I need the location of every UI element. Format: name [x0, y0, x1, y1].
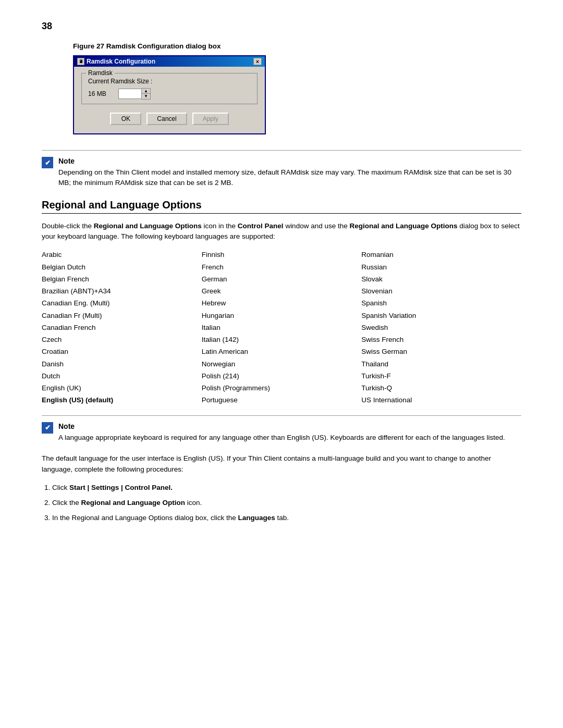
dialog-close-button[interactable]: ×: [253, 58, 262, 65]
language-item: Polish (214): [202, 371, 362, 381]
language-item: Swiss French: [361, 335, 521, 345]
language-item: Belgian Dutch: [42, 262, 202, 273]
note-text-2: A language appropriate keyboard is requi…: [58, 433, 521, 443]
ok-button[interactable]: OK: [110, 113, 141, 125]
step-1: Click Start | Settings | Control Panel.: [52, 483, 521, 493]
steps-list: Click Start | Settings | Control Panel. …: [52, 483, 521, 524]
language-item: Arabic: [42, 250, 202, 260]
language-item: Italian (142): [202, 335, 362, 345]
language-item: Swedish: [361, 323, 521, 333]
language-item: Brazilian (ABNT)+A34: [42, 286, 202, 297]
language-item: Romanian: [361, 250, 521, 260]
language-item: Thailand: [361, 359, 521, 369]
language-item: Slovak: [361, 274, 521, 285]
language-item: Spanish: [361, 298, 521, 309]
language-item: Russian: [361, 262, 521, 273]
dialog-titlebar-left: 🖥 Ramdisk Configuration: [77, 58, 155, 65]
spinner-buttons: ▲ ▼: [142, 88, 151, 100]
dialog-buttons: OK Cancel Apply: [81, 110, 258, 127]
language-item: Greek: [202, 286, 362, 297]
language-list: ArabicBelgian DutchBelgian FrenchBrazili…: [42, 250, 521, 405]
language-item: Norwegian: [202, 359, 362, 369]
intro-text: Double-click the Regional and Language O…: [42, 221, 521, 243]
section-heading: Regional and Language Options: [42, 199, 521, 214]
language-item: Polish (Programmers): [202, 383, 362, 393]
note-box-2: ✔ Note A language appropriate keyboard i…: [42, 415, 521, 443]
dialog-group-label: Ramdisk: [86, 69, 115, 77]
language-item: French: [202, 262, 362, 273]
apply-button[interactable]: Apply: [192, 113, 229, 125]
note-content-2: Note A language appropriate keyboard is …: [58, 422, 521, 443]
dialog-title: Ramdisk Configuration: [87, 58, 155, 65]
dialog-size-display: 16 MB: [88, 90, 114, 97]
language-column-2: FinnishFrenchGermanGreekHebrewHungarianI…: [202, 250, 362, 405]
dialog-titlebar: 🖥 Ramdisk Configuration ×: [74, 56, 265, 67]
spinner-up-button[interactable]: ▲: [142, 89, 150, 94]
language-item: Hungarian: [202, 311, 362, 321]
language-item: Czech: [42, 335, 202, 345]
step-3: In the Regional and Language Options dia…: [52, 513, 521, 524]
dialog-body: Ramdisk Current Ramdisk Size : 16 MB 16 …: [74, 67, 265, 133]
language-item: Spanish Variation: [361, 311, 521, 321]
language-item: English (UK): [42, 383, 202, 393]
language-item: Turkish-Q: [361, 383, 521, 393]
language-item: English (US) (default): [42, 395, 202, 405]
spinner-down-button[interactable]: ▼: [142, 94, 150, 99]
language-item: US International: [361, 395, 521, 405]
language-item: Swiss German: [361, 347, 521, 357]
note-box-1: ✔ Note Depending on the Thin Client mode…: [42, 150, 521, 189]
language-item: Latin American: [202, 347, 362, 357]
language-item: Finnish: [202, 250, 362, 260]
note-content-1: Note Depending on the Thin Client model …: [58, 157, 521, 189]
note-icon-2: ✔: [42, 422, 53, 434]
page-number: 38: [42, 21, 521, 32]
language-item: Canadian Eng. (Multi): [42, 298, 202, 309]
default-lang-text: The default language for the user interf…: [42, 453, 521, 475]
dialog-spinner[interactable]: 16 ▲ ▼: [118, 88, 151, 100]
language-item: Italian: [202, 323, 362, 333]
note-text-1: Depending on the Thin Client model and i…: [58, 167, 521, 189]
dialog-field-label: Current Ramdisk Size :: [88, 78, 251, 85]
note-title-2: Note: [58, 422, 521, 430]
language-column-3: RomanianRussianSlovakSlovenianSpanishSpa…: [361, 250, 521, 405]
figure-caption: Figure 27 Ramdisk Configuration dialog b…: [73, 42, 521, 50]
ramdisk-dialog: 🖥 Ramdisk Configuration × Ramdisk Curren…: [73, 55, 266, 134]
spinner-input[interactable]: 16: [118, 89, 142, 99]
language-item: Turkish-F: [361, 371, 521, 381]
language-item: Slovenian: [361, 286, 521, 297]
language-item: Hebrew: [202, 298, 362, 309]
language-item: Danish: [42, 359, 202, 369]
note-title-1: Note: [58, 157, 521, 165]
dialog-titlebar-icon: 🖥: [77, 58, 84, 65]
language-item: Dutch: [42, 371, 202, 381]
language-item: Croatian: [42, 347, 202, 357]
step-2: Click the Regional and Language Option i…: [52, 498, 521, 509]
cancel-button[interactable]: Cancel: [146, 113, 187, 125]
note-icon-1: ✔: [42, 157, 53, 168]
language-item: Canadian Fr (Multi): [42, 311, 202, 321]
language-item: Portuguese: [202, 395, 362, 405]
dialog-group: Ramdisk Current Ramdisk Size : 16 MB 16 …: [81, 73, 258, 104]
language-column-1: ArabicBelgian DutchBelgian FrenchBrazili…: [42, 250, 202, 405]
language-item: Belgian French: [42, 274, 202, 285]
dialog-input-row: 16 MB 16 ▲ ▼: [88, 88, 251, 100]
language-item: Canadian French: [42, 323, 202, 333]
language-item: German: [202, 274, 362, 285]
